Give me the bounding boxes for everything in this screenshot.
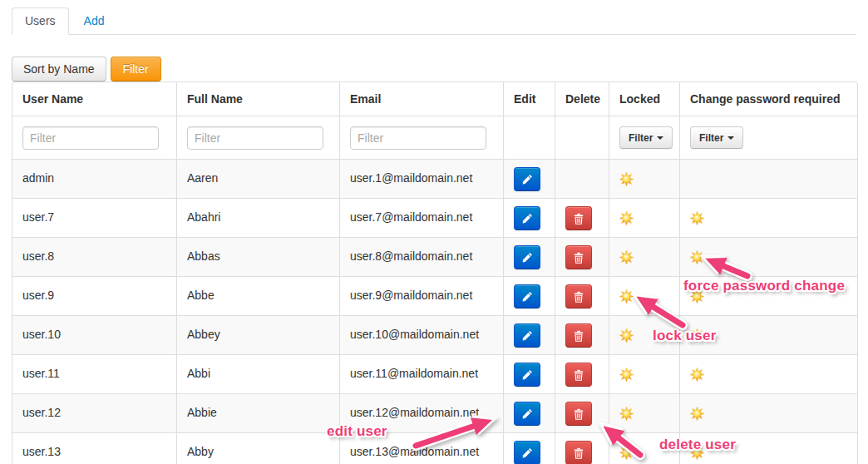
col-header-email: Email [339, 82, 503, 116]
sun-icon[interactable] [619, 328, 634, 343]
cell-full-name: Abbie [176, 393, 339, 432]
pencil-icon [521, 369, 533, 381]
edit-user-button[interactable] [514, 363, 540, 387]
changepw-cell [679, 354, 857, 393]
locked-cell [609, 237, 679, 276]
sun-icon[interactable] [690, 407, 704, 421]
table-body: admin Aaren user.1@maildomain.net [12, 159, 857, 464]
cell-email: user.8@maildomain.net [339, 237, 503, 276]
locked-cell [609, 159, 679, 198]
col-header-full-name: Full Name [176, 82, 339, 116]
filter-full-name-input[interactable] [187, 126, 323, 150]
cell-email: user.11@maildomain.net [339, 354, 503, 393]
delete-user-button[interactable] [565, 206, 592, 230]
col-header-change-password: Change password required [679, 82, 857, 116]
sun-icon[interactable] [619, 172, 634, 186]
sun-icon[interactable] [690, 211, 704, 225]
edit-user-button[interactable] [514, 167, 540, 191]
cell-user-name: user.13 [12, 432, 176, 464]
locked-cell [609, 198, 679, 237]
delete-user-button[interactable] [565, 245, 592, 269]
sun-icon[interactable] [619, 446, 634, 460]
delete-user-button[interactable] [565, 402, 592, 426]
cell-user-name: user.8 [12, 237, 176, 276]
cell-user-name: user.11 [12, 354, 176, 393]
annotation-lock-user: lock user [653, 328, 716, 344]
cell-full-name: Abahri [176, 198, 339, 237]
sort-by-name-button[interactable]: Sort by Name [12, 57, 106, 81]
trash-icon [573, 408, 584, 420]
locked-cell [609, 393, 679, 432]
locked-cell [609, 276, 679, 315]
sun-icon[interactable] [690, 368, 704, 382]
cell-user-name: user.10 [12, 315, 176, 354]
edit-user-button[interactable] [514, 284, 540, 309]
pencil-icon [521, 408, 533, 420]
cell-email: user.7@maildomain.net [339, 198, 503, 237]
locked-filter-dropdown[interactable]: Filter [619, 126, 673, 149]
edit-user-button[interactable] [514, 245, 540, 269]
users-page: Users Add Sort by Name Filter User Name … [0, 0, 868, 464]
annotation-delete-user: delete user [659, 437, 736, 453]
annotation-edit-user: edit user [327, 423, 387, 440]
changepw-cell [679, 198, 857, 237]
cell-user-name: admin [12, 159, 176, 198]
delete-user-button[interactable] [565, 363, 592, 387]
users-table: User Name Full Name Email Edit Delete Lo… [12, 81, 858, 464]
sun-icon[interactable] [690, 250, 704, 264]
pencil-icon [521, 330, 533, 342]
table-row: user.10 Abbey user.10@maildomain.net [12, 315, 857, 354]
delete-user-button[interactable] [565, 441, 592, 464]
sun-icon[interactable] [619, 211, 634, 225]
table-row: user.8 Abbas user.8@maildomain.net [12, 237, 857, 276]
annotation-force-password-change: force password change [683, 278, 845, 294]
table-row: admin Aaren user.1@maildomain.net [12, 159, 857, 198]
col-header-delete: Delete [555, 82, 609, 116]
edit-user-button[interactable] [514, 206, 540, 230]
sun-icon[interactable] [619, 368, 634, 382]
cell-user-name: user.12 [12, 393, 176, 432]
trash-icon [573, 291, 584, 303]
cell-email: user.1@maildomain.net [339, 159, 503, 198]
caret-down-icon [657, 136, 663, 140]
pencil-icon [521, 447, 533, 459]
delete-user-button[interactable] [565, 323, 592, 348]
cell-full-name: Abby [176, 432, 339, 464]
sun-icon[interactable] [619, 250, 634, 264]
col-header-edit: Edit [503, 82, 555, 116]
change-password-filter-dropdown[interactable]: Filter [690, 126, 743, 149]
cell-full-name: Abbe [176, 276, 339, 315]
edit-user-button[interactable] [514, 441, 540, 464]
toolbar: Sort by Name Filter [12, 57, 868, 81]
filter-button[interactable]: Filter [111, 57, 161, 81]
tab-bar: Users Add [12, 7, 856, 35]
changepw-cell [679, 237, 857, 276]
trash-icon [573, 447, 584, 459]
tab-users[interactable]: Users [12, 7, 69, 35]
edit-user-button[interactable] [514, 402, 540, 426]
delete-user-button[interactable] [565, 284, 592, 309]
cell-user-name: user.9 [12, 276, 176, 315]
cell-full-name: Abbi [176, 354, 339, 393]
cell-full-name: Aaren [176, 159, 339, 198]
filter-email-input[interactable] [350, 126, 486, 150]
table-row: user.11 Abbi user.11@maildomain.net [12, 354, 857, 393]
locked-cell [609, 354, 679, 393]
pencil-icon [521, 291, 533, 303]
table-filter-row: Filter Filter [12, 116, 857, 159]
changepw-cell [679, 393, 857, 432]
trash-icon [573, 369, 584, 381]
edit-user-button[interactable] [514, 323, 540, 348]
cell-email: user.10@maildomain.net [339, 315, 503, 354]
tab-add[interactable]: Add [72, 8, 117, 34]
trash-icon [573, 330, 584, 342]
sun-icon[interactable] [619, 289, 634, 304]
sun-icon[interactable] [619, 407, 634, 421]
filter-user-name-input[interactable] [22, 126, 159, 150]
caret-down-icon [727, 136, 734, 140]
change-password-filter-label: Filter [699, 132, 723, 144]
col-header-locked: Locked [609, 82, 679, 116]
pencil-icon [521, 213, 533, 225]
pencil-icon [521, 252, 533, 264]
locked-filter-label: Filter [629, 132, 653, 144]
